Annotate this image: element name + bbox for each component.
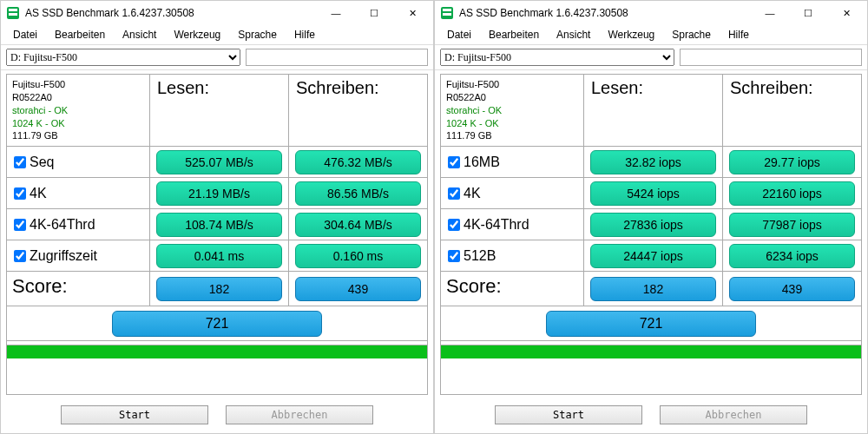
- info-size: 111.79 GB: [12, 129, 144, 142]
- drive-select[interactable]: D: Fujitsu-F500: [6, 49, 240, 66]
- 4k-write: 86.56 MB/s: [295, 181, 421, 206]
- header-write: Schreiben:: [288, 75, 427, 147]
- check-16mb[interactable]: [448, 156, 460, 168]
- menu-bearbeiten[interactable]: Bearbeiten: [482, 27, 546, 43]
- header-read: Lesen:: [150, 75, 288, 147]
- score-write: 439: [729, 277, 855, 301]
- progress-bar: [441, 345, 861, 358]
- window-title: AS SSD Benchmark 1.6.4237.30508: [25, 7, 317, 19]
- info-firmware: R0522A0: [12, 91, 144, 104]
- minimize-button[interactable]: —: [317, 1, 355, 25]
- seq-write: 476.32 MB/s: [295, 150, 421, 174]
- score-write: 439: [295, 277, 421, 301]
- 4k64-write: 304.64 MB/s: [295, 213, 421, 237]
- 4k-iops-read: 5424 iops: [590, 181, 716, 206]
- menu-datei[interactable]: Datei: [440, 27, 478, 43]
- row-512b: 512B 24447 iops 6234 iops: [441, 240, 861, 272]
- row-access: Zugriffszeit 0.041 ms 0.160 ms: [7, 240, 427, 272]
- start-button[interactable]: Start: [61, 405, 208, 424]
- 4k-iops-write: 22160 iops: [729, 181, 855, 206]
- label-seq: Seq: [30, 155, 54, 170]
- menu-werkzeug[interactable]: Werkzeug: [601, 27, 661, 43]
- svg-rect-5: [443, 13, 451, 16]
- 4k64-iops-write: 77987 iops: [729, 213, 855, 237]
- path-field[interactable]: [246, 49, 428, 66]
- label-4k-iops: 4K: [464, 186, 481, 201]
- menu-ansicht[interactable]: Ansicht: [115, 27, 163, 43]
- menu-bearbeiten[interactable]: Bearbeiten: [48, 27, 112, 43]
- abort-button: Abbrechen: [660, 405, 807, 424]
- label-512b: 512B: [464, 248, 496, 264]
- start-button[interactable]: Start: [495, 405, 642, 424]
- menu-werkzeug[interactable]: Werkzeug: [167, 27, 227, 43]
- score-read: 182: [156, 277, 282, 301]
- minimize-button[interactable]: —: [751, 1, 789, 25]
- drive-select[interactable]: D: Fujitsu-F500: [440, 49, 674, 66]
- maximize-button[interactable]: ☐: [789, 1, 827, 25]
- 512b-write: 6234 iops: [729, 244, 855, 268]
- drive-bar: D: Fujitsu-F500: [435, 45, 867, 70]
- menubar: Datei Bearbeiten Ansicht Werkzeug Sprach…: [1, 25, 433, 45]
- drive-bar: D: Fujitsu-F500: [1, 45, 433, 70]
- svg-rect-1: [9, 9, 17, 11]
- close-button[interactable]: ✕: [827, 1, 865, 25]
- row-16mb: 16MB 32.82 iops 29.77 iops: [441, 147, 861, 178]
- score-total: 721: [546, 311, 756, 337]
- check-4k64-iops[interactable]: [448, 219, 460, 231]
- row-4k64: 4K-64Thrd 108.74 MB/s 304.64 MB/s: [7, 209, 427, 240]
- app-icon: [6, 6, 20, 20]
- drive-info: Fujitsu-F500 R0522A0 storahci - OK 1024 …: [7, 75, 150, 147]
- label-4k64: 4K-64Thrd: [30, 217, 95, 233]
- score-label: Score:: [441, 272, 584, 306]
- path-field[interactable]: [680, 49, 862, 66]
- row-4k-iops: 4K 5424 iops 22160 iops: [441, 178, 861, 209]
- header-write: Schreiben:: [722, 75, 861, 147]
- score-total: 721: [112, 311, 322, 337]
- info-alignment: 1024 K - OK: [446, 117, 578, 130]
- titlebar[interactable]: AS SSD Benchmark 1.6.4237.30508 — ☐ ✕: [1, 1, 433, 25]
- seq-read: 525.07 MB/s: [156, 150, 282, 174]
- check-4k-iops[interactable]: [448, 187, 460, 200]
- row-4k: 4K 21.19 MB/s 86.56 MB/s: [7, 178, 427, 209]
- 16mb-read: 32.82 iops: [590, 150, 716, 174]
- info-driver: storahci - OK: [446, 104, 578, 117]
- menu-hilfe[interactable]: Hilfe: [287, 27, 322, 43]
- menu-sprache[interactable]: Sprache: [665, 27, 718, 43]
- benchmark-window-left: AS SSD Benchmark 1.6.4237.30508 — ☐ ✕ Da…: [0, 0, 434, 434]
- check-512b[interactable]: [448, 250, 460, 262]
- maximize-button[interactable]: ☐: [355, 1, 393, 25]
- results-frame: Fujitsu-F500 R0522A0 storahci - OK 1024 …: [6, 74, 428, 395]
- label-4k: 4K: [30, 186, 47, 201]
- menu-hilfe[interactable]: Hilfe: [721, 27, 756, 43]
- drive-info: Fujitsu-F500 R0522A0 storahci - OK 1024 …: [441, 75, 584, 147]
- menu-ansicht[interactable]: Ansicht: [549, 27, 597, 43]
- row-seq: Seq 525.07 MB/s 476.32 MB/s: [7, 147, 427, 178]
- check-4k64[interactable]: [14, 219, 26, 231]
- check-seq[interactable]: [14, 156, 26, 168]
- progress-bar: [7, 345, 427, 358]
- score-label: Score:: [7, 272, 150, 306]
- check-access[interactable]: [14, 250, 26, 262]
- close-button[interactable]: ✕: [393, 1, 431, 25]
- info-size: 111.79 GB: [446, 129, 578, 142]
- menu-datei[interactable]: Datei: [6, 27, 44, 43]
- titlebar[interactable]: AS SSD Benchmark 1.6.4237.30508 — ☐ ✕: [435, 1, 867, 25]
- menu-sprache[interactable]: Sprache: [231, 27, 284, 43]
- label-access: Zugriffszeit: [30, 248, 97, 264]
- svg-rect-4: [443, 9, 451, 11]
- results-frame: Fujitsu-F500 R0522A0 storahci - OK 1024 …: [440, 74, 862, 395]
- svg-rect-2: [9, 13, 17, 16]
- 4k64-read: 108.74 MB/s: [156, 213, 282, 237]
- access-read: 0.041 ms: [156, 244, 282, 268]
- label-4k64-iops: 4K-64Thrd: [464, 217, 529, 233]
- info-model: Fujitsu-F500: [446, 78, 578, 91]
- check-4k[interactable]: [14, 187, 26, 200]
- 16mb-write: 29.77 iops: [729, 150, 855, 174]
- info-model: Fujitsu-F500: [12, 78, 144, 91]
- abort-button: Abbrechen: [226, 405, 373, 424]
- access-write: 0.160 ms: [295, 244, 421, 268]
- info-alignment: 1024 K - OK: [12, 117, 144, 130]
- score-read: 182: [590, 277, 716, 301]
- header-read: Lesen:: [584, 75, 722, 147]
- info-firmware: R0522A0: [446, 91, 578, 104]
